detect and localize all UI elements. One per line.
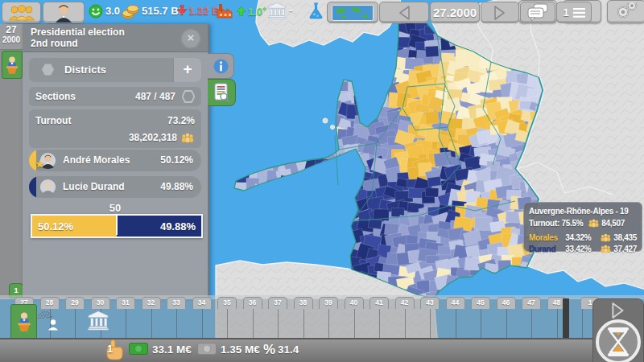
date-year: 2000 xyxy=(0,35,23,45)
game-screen: 3.0 515.7 B€ 1.22 B 1.0+ - - ? xyxy=(0,0,644,362)
tooltip-morales-pct: 34.32% xyxy=(565,233,598,242)
timeline-event-election[interactable] xyxy=(10,304,37,339)
panel-title-line1: Presidential election xyxy=(31,27,125,38)
close-button[interactable]: × xyxy=(180,28,201,49)
candidate-color-durand xyxy=(29,176,36,198)
bottom-bar xyxy=(0,338,644,362)
voters-crowd-icon xyxy=(180,133,195,143)
current-turn-display: 27.2000 xyxy=(430,2,480,23)
money-gray-value: 1.35 M€ xyxy=(221,343,260,356)
timeline-tab[interactable]: 45 xyxy=(471,297,490,309)
result-bar: 50.12% 49.88% xyxy=(31,214,203,238)
tooltip-durand-name: Durand xyxy=(529,245,565,253)
timeline-tab[interactable]: 43 xyxy=(420,297,440,309)
happiness-value: 3.0 xyxy=(105,5,120,17)
crowd-icon xyxy=(600,245,612,253)
player-character-button[interactable] xyxy=(43,2,85,23)
timeline-tab[interactable]: 33 xyxy=(167,297,186,309)
tax-percent-value: 31.4 xyxy=(278,343,299,356)
current-event-cell[interactable] xyxy=(2,51,23,79)
timeline-tab[interactable]: 29 xyxy=(65,297,85,309)
timeline-tab[interactable]: 36 xyxy=(243,297,262,309)
hourglass-button[interactable] xyxy=(594,318,642,362)
add-district-button[interactable]: + xyxy=(173,58,201,82)
happiness-icon xyxy=(89,4,103,19)
timeline-event-parliament[interactable] xyxy=(87,310,109,331)
timeline-tab[interactable]: 46 xyxy=(497,297,516,309)
report-button[interactable] xyxy=(208,79,236,106)
tooltip-durand-pct: 33.42% xyxy=(565,245,598,253)
play-button[interactable] xyxy=(612,302,625,319)
candidate-percent: 50.12% xyxy=(160,154,193,166)
candidate-percent: 49.88% xyxy=(160,181,193,192)
research-flask-icon xyxy=(309,2,323,19)
timeline-tab[interactable]: 41 xyxy=(369,297,389,309)
timeline-tab[interactable]: 30 xyxy=(91,297,110,309)
date-day: 27 xyxy=(0,24,23,35)
factory-icon xyxy=(217,3,234,19)
timeline-tab[interactable]: 35 xyxy=(217,297,237,309)
production-plus: + xyxy=(262,5,266,13)
districts-label: Districts xyxy=(64,64,106,76)
next-turn-button[interactable] xyxy=(481,2,519,23)
timeline-tab[interactable]: 47 xyxy=(522,297,541,309)
turnout-percent: 73.2% xyxy=(167,115,195,126)
turnout-label: Turnout xyxy=(35,115,71,126)
timeline-tab[interactable]: 32 xyxy=(142,297,161,309)
info-button[interactable] xyxy=(208,53,234,79)
region-tooltip: Auvergne-Rhône-Alpes - 19 Turnout: 75.5%… xyxy=(523,202,642,252)
bar-center-tick-label: 50 xyxy=(31,202,200,214)
timeline-tab[interactable]: 39 xyxy=(319,297,338,309)
settings-button[interactable] xyxy=(607,0,644,23)
production-value: 1.0+ xyxy=(248,5,266,18)
person-icon[interactable] xyxy=(47,319,60,331)
world-map-button[interactable] xyxy=(327,2,378,23)
sections-row: Sections 487 / 487 xyxy=(29,87,201,106)
parties-button[interactable] xyxy=(2,2,41,23)
temple-value: - xyxy=(289,4,292,16)
timeline-tab[interactable]: 34 xyxy=(192,297,212,309)
money-green-icon xyxy=(129,343,148,355)
timeline-tab[interactable]: 42 xyxy=(395,297,415,309)
timeline-tab[interactable]: 38 xyxy=(294,297,313,309)
tooltip-morales-count: 38,435 xyxy=(613,233,637,242)
turnout-box: Turnout 73.2% 38,202,318 xyxy=(29,109,201,148)
time-control-panel xyxy=(592,298,644,362)
durand-avatar xyxy=(39,179,56,195)
candidate-row-durand[interactable]: Lucie Durand 49.88% xyxy=(29,176,201,198)
channel-island xyxy=(323,118,328,123)
arrow-left-icon xyxy=(398,6,410,20)
timeline-tab[interactable]: 37 xyxy=(268,297,287,309)
messages-button[interactable] xyxy=(520,2,555,23)
production-arrow-up-icon xyxy=(236,4,246,18)
too ltip-turnout-count: 84,507 xyxy=(601,219,625,228)
world-map-icon xyxy=(332,5,374,21)
candidate-row-morales[interactable]: ★ André Morales 50.12% xyxy=(29,150,201,171)
tasks-button[interactable]: 1 xyxy=(556,2,592,23)
coins-icon xyxy=(122,3,139,19)
timeline-tab[interactable]: 31 xyxy=(116,297,135,309)
tooltip-turnout-pct: 75.5% xyxy=(561,219,583,228)
timeline-tab[interactable]: 40 xyxy=(345,297,364,309)
prev-turn-button[interactable] xyxy=(379,2,429,23)
hand-count: 1 xyxy=(107,343,113,355)
election-panel: Presidential election 2nd round × Distri… xyxy=(23,24,209,298)
arrow-right-icon xyxy=(494,6,506,20)
candidate-name: André Morales xyxy=(63,154,130,166)
money-green-value: 33.1 M€ xyxy=(152,343,192,356)
tooltip-region-title: Auvergne-Rhône-Alpes - 19 xyxy=(529,207,637,217)
timeline-year-divider xyxy=(563,298,569,338)
districts-selector[interactable]: Districts + xyxy=(29,58,201,82)
sections-label: Sections xyxy=(35,91,76,102)
result-bar-left-label: 50.12% xyxy=(38,220,73,232)
chat-bubbles-icon xyxy=(527,3,548,22)
people-group-icon xyxy=(8,5,35,21)
politician-podium-icon xyxy=(4,56,20,74)
timeline-tab[interactable]: 44 xyxy=(446,297,465,309)
tooltip-candidate-row: Durand 33.42% 37,427 xyxy=(529,243,637,254)
turnout-votes: 38,202,318 xyxy=(129,132,177,143)
tooltip-morales-name: Morales xyxy=(529,233,565,242)
politician-avatar-icon xyxy=(54,3,73,23)
gear-icon xyxy=(614,2,638,22)
result-bar-right: 49.88% xyxy=(117,216,201,237)
